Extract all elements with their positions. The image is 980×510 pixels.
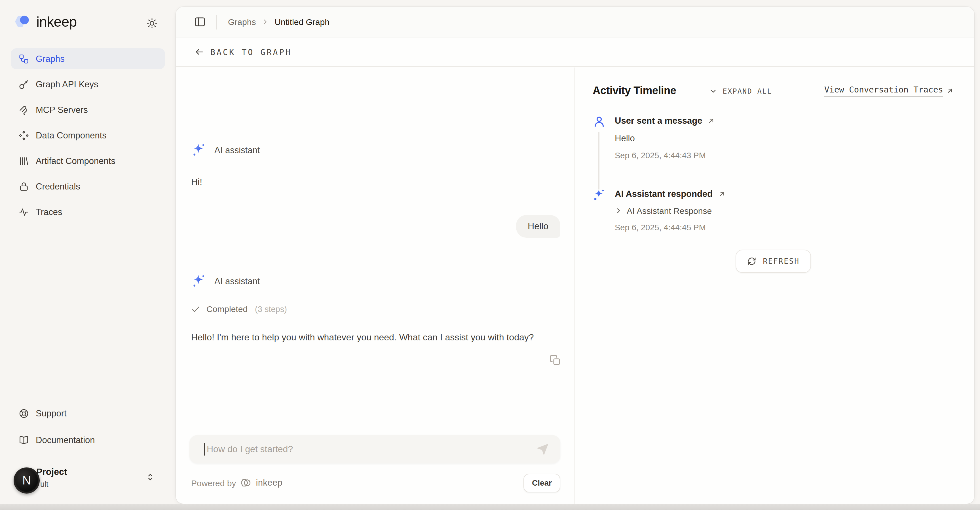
sparkle-icon (191, 273, 207, 289)
avatar[interactable]: N (14, 467, 40, 494)
life-buoy-icon (19, 408, 29, 418)
assistant-response-text: Hello! I'm here to help you with whateve… (191, 330, 560, 345)
app-window: inkeep Graphs (0, 0, 980, 510)
chat-input[interactable]: How do I get started? (189, 435, 560, 464)
lock-icon (19, 181, 29, 191)
status-steps: (3 steps) (255, 304, 287, 314)
back-to-graph-button[interactable]: BACK TO GRAPH (176, 37, 974, 67)
sidebar-item-data-components[interactable]: Data Components (11, 125, 165, 146)
workflow-icon (19, 54, 29, 64)
sidebar: inkeep Graphs (0, 0, 176, 504)
sidebar-item-support[interactable]: Support (11, 403, 165, 424)
key-icon (19, 79, 29, 89)
refresh-button[interactable]: REFRESH (735, 250, 811, 273)
mcp-icon (19, 105, 29, 115)
sidebar-item-label: Credentials (36, 181, 80, 191)
chevrons-up-down-icon (145, 472, 155, 482)
chat-footer: Powered by inkeep Clear (191, 473, 560, 492)
timeline-entry-assistant-response: AI Assistant responded AI Assistant Resp… (593, 189, 954, 232)
arrow-left-icon (194, 47, 204, 57)
panel-toggle-button[interactable] (194, 16, 206, 28)
back-to-graph-label: BACK TO GRAPH (210, 47, 292, 56)
sidebar-nav: Graphs Graph API Keys MCP Servers Data C… (11, 48, 165, 222)
user-message-row: Hello (191, 215, 563, 238)
sparkle-icon (191, 142, 207, 158)
data-components-icon (19, 130, 29, 140)
user-message-bubble: Hello (516, 215, 560, 238)
assistant-label: AI assistant (215, 145, 260, 155)
status-label: Completed (207, 304, 248, 314)
powered-by-brand: inkeep (256, 478, 282, 488)
bottom-edge-band (0, 504, 980, 510)
sidebar-footer-nav: Support Documentation (11, 403, 165, 450)
text-cursor (204, 443, 205, 456)
sidebar-item-traces[interactable]: Traces (11, 201, 165, 222)
check-icon (191, 304, 200, 314)
powered-by-text: Powered by (191, 478, 236, 488)
divider (216, 14, 216, 29)
timeline-entry-timestamp: Sep 6, 2025, 4:44:45 PM (615, 223, 954, 232)
sidebar-item-label: Documentation (36, 435, 95, 445)
timeline-entry-title-row[interactable]: User sent a message (615, 116, 954, 126)
sidebar-item-artifact-components[interactable]: Artifact Components (11, 150, 165, 171)
sidebar-item-graph-api-keys[interactable]: Graph API Keys (11, 74, 165, 95)
chat-input-placeholder: How do I get started? (207, 444, 536, 454)
sidebar-item-mcp-servers[interactable]: MCP Servers (11, 99, 165, 120)
activity-timeline-panel: Activity Timeline EXPAND ALL View Conver… (575, 67, 974, 504)
sidebar-item-label: MCP Servers (36, 105, 88, 115)
assistant-response-toggle[interactable]: AI Assistant Response (615, 206, 954, 215)
timeline-entry-title: AI Assistant responded (615, 189, 713, 199)
assistant-message-header: AI assistant (191, 142, 563, 158)
message-actions (191, 355, 563, 366)
user-icon (593, 115, 606, 128)
project-selector[interactable]: Project ult N (11, 465, 165, 499)
sidebar-item-label: Data Components (36, 130, 107, 140)
theme-toggle-button[interactable] (145, 16, 159, 30)
sidebar-item-label: Artifact Components (36, 156, 115, 166)
arrow-up-right-icon (718, 190, 725, 198)
completion-status[interactable]: Completed (3 steps) (191, 304, 563, 314)
view-conversation-traces-link[interactable]: View Conversation Traces (824, 85, 954, 96)
arrow-up-right-icon (707, 117, 715, 125)
book-open-icon (19, 435, 29, 445)
activity-icon (19, 207, 29, 217)
breadcrumb-current: Untitled Graph (275, 17, 329, 27)
chevron-right-icon (615, 207, 622, 214)
sidebar-item-label: Traces (36, 207, 62, 217)
clear-button[interactable]: Clear (523, 473, 560, 492)
timeline-entry-body: Hello (615, 133, 954, 143)
brand-wordmark: inkeep (36, 14, 77, 30)
sparkle-icon (593, 188, 606, 201)
project-subtitle: ult (40, 480, 48, 488)
arrow-up-right-icon (946, 87, 954, 95)
timeline-entries: User sent a message Hello Sep 6, 2025, 4… (593, 116, 954, 232)
sidebar-item-graphs[interactable]: Graphs (11, 48, 165, 69)
powered-by-link[interactable]: Powered by inkeep (191, 477, 282, 488)
chevron-down-icon (709, 86, 718, 95)
content-area: AI assistant Hi! Hello (176, 67, 974, 504)
breadcrumb-bar: Graphs Untitled Graph (176, 7, 974, 37)
timeline-connector (598, 132, 599, 190)
view-conversation-traces-label: View Conversation Traces (824, 85, 943, 96)
artifact-components-icon (19, 156, 29, 166)
sidebar-item-label: Graph API Keys (36, 79, 99, 89)
chat-scroll-area[interactable]: AI assistant Hi! Hello (191, 67, 563, 427)
chat-panel: AI assistant Hi! Hello (176, 67, 575, 504)
copy-icon[interactable] (550, 355, 561, 366)
avatar-letter: N (22, 474, 31, 487)
assistant-message-header: AI assistant (191, 273, 563, 289)
sidebar-item-label: Support (36, 408, 67, 418)
inkeep-outline-logo-icon (240, 477, 252, 488)
expand-all-label: EXPAND ALL (723, 86, 772, 95)
timeline-entry-title-row[interactable]: AI Assistant responded (615, 189, 954, 199)
project-name: Project (36, 467, 67, 477)
sidebar-item-label: Graphs (36, 54, 65, 64)
sidebar-item-documentation[interactable]: Documentation (11, 429, 165, 450)
timeline-entry-title: User sent a message (615, 116, 702, 126)
breadcrumb-graphs-link[interactable]: Graphs (228, 17, 256, 27)
expand-all-button[interactable]: EXPAND ALL (709, 86, 772, 95)
brand-logo[interactable]: inkeep (14, 14, 77, 30)
assistant-response-toggle-label: AI Assistant Response (627, 206, 712, 215)
sidebar-item-credentials[interactable]: Credentials (11, 176, 165, 197)
send-icon[interactable] (536, 443, 550, 456)
